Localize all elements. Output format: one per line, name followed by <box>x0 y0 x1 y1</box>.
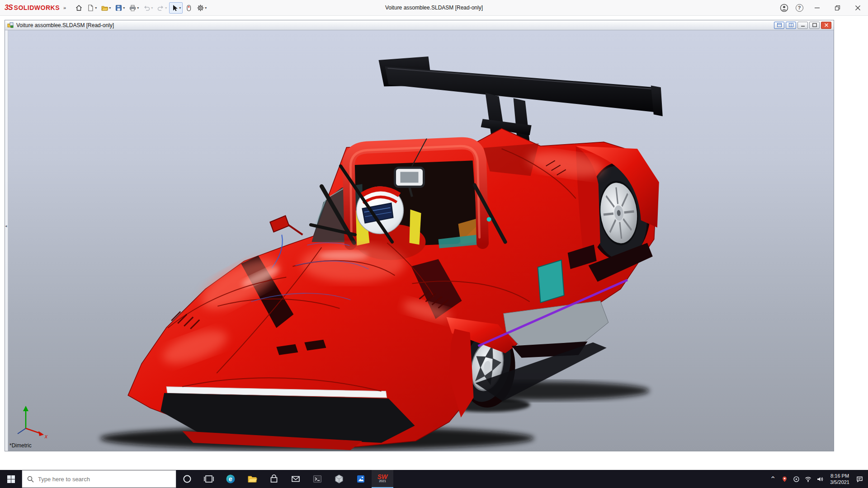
solidworks-app-icon: SW 2021 <box>377 474 388 483</box>
side-window <box>538 260 564 303</box>
select-tool-button[interactable]: ▾ <box>169 2 183 14</box>
feature-panel-strip[interactable]: ◂ <box>5 30 8 451</box>
redo-button[interactable]: ▾ <box>155 2 169 14</box>
document-window: Voiture assomblee.SLDASM [Read-only] <box>5 20 834 451</box>
help-icon[interactable]: ? <box>792 0 807 15</box>
close-button[interactable] <box>848 0 868 15</box>
client-area: Voiture assomblee.SLDASM [Read-only] <box>0 16 868 470</box>
doc-maximize-button[interactable] <box>809 22 820 29</box>
account-icon[interactable] <box>776 0 792 15</box>
document-title: Voiture assomblee.SLDASM [Read-only] <box>16 22 114 28</box>
open-button[interactable]: ▾ <box>99 2 113 14</box>
dropdown-caret-icon[interactable]: ▾ <box>165 6 167 10</box>
new-viewport-button[interactable] <box>786 22 796 29</box>
print-button[interactable]: ▾ <box>127 2 141 14</box>
assembly-doc-icon <box>7 22 14 28</box>
edge-icon: e <box>226 474 236 484</box>
viewport-canvas[interactable]: ◂ x *Dimetric <box>5 30 834 451</box>
security-pin-icon[interactable] <box>779 470 790 488</box>
volume-icon[interactable] <box>814 470 826 488</box>
taskbar-item-store[interactable] <box>263 470 285 488</box>
start-button[interactable] <box>0 470 22 488</box>
undo-button[interactable]: ▾ <box>141 2 155 14</box>
dropdown-caret-icon[interactable]: ▾ <box>123 6 125 10</box>
photos-icon <box>356 474 366 484</box>
taskbar-item-edrawings[interactable] <box>328 470 350 488</box>
doc-close-button[interactable] <box>821 22 831 29</box>
sync-icon[interactable] <box>791 470 802 488</box>
solidworks-logo-mark: 3S <box>5 4 13 12</box>
file-explorer-icon <box>247 474 257 484</box>
toolbar-flyout-icon[interactable]: » <box>63 5 66 10</box>
mouse-gestures-button[interactable] <box>183 2 194 14</box>
titlebar-controls: ? <box>776 0 868 15</box>
dropdown-caret-icon[interactable]: ▾ <box>137 6 139 10</box>
triad-x-label: x <box>44 433 48 440</box>
search-icon <box>27 476 34 483</box>
restore-button[interactable] <box>827 0 848 15</box>
new-document-button[interactable]: ▾ <box>85 2 99 14</box>
action-center-icon[interactable] <box>854 470 865 488</box>
taskbar-item-cortana[interactable] <box>176 470 198 488</box>
taskbar-search[interactable] <box>22 470 176 488</box>
hidden-icons-chevron[interactable]: ⌃ <box>767 470 778 488</box>
taskbar-item-solidworks[interactable]: SW 2021 <box>372 470 393 488</box>
dropdown-caret-icon[interactable]: ▾ <box>95 6 97 10</box>
clock-date: 3/5/2021 <box>830 479 849 485</box>
solidworks-logo: 3S SOLIDWORKS <box>0 4 60 12</box>
clock-time: 8:16 PM <box>830 473 849 479</box>
teal-indicator <box>487 217 491 221</box>
wifi-icon[interactable] <box>802 470 814 488</box>
panel-collapse-icon[interactable]: ◂ <box>5 224 7 228</box>
taskbar-item-edge[interactable]: e <box>220 470 241 488</box>
system-tray: ⌃ 8:16 PM 3/5/2021 <box>767 470 868 488</box>
task-view-icon <box>204 474 214 484</box>
dropdown-caret-icon[interactable]: ▾ <box>205 6 207 10</box>
tile-window-button[interactable] <box>774 22 784 29</box>
save-button[interactable]: ▾ <box>113 2 127 14</box>
view-orientation-label: *Dimetric <box>9 442 32 449</box>
svg-text:e: e <box>229 475 232 483</box>
dropdown-caret-icon[interactable]: ▾ <box>151 6 153 10</box>
orientation-triad: x <box>12 400 52 440</box>
car-model[interactable] <box>5 30 834 451</box>
edrawings-icon <box>334 474 344 484</box>
taskbar-item-mail[interactable] <box>285 470 307 488</box>
home-button[interactable] <box>73 2 85 14</box>
options-button[interactable]: ▾ <box>195 2 208 14</box>
taskbar-item-file-explorer[interactable] <box>241 470 263 488</box>
taskbar-item-terminal[interactable] <box>307 470 328 488</box>
search-input[interactable] <box>38 476 171 483</box>
cortana-icon <box>182 474 192 484</box>
taskbar-item-photos[interactable] <box>350 470 372 488</box>
mail-icon <box>291 474 301 484</box>
taskbar-clock[interactable]: 8:16 PM 3/5/2021 <box>826 473 854 485</box>
document-titlebar[interactable]: Voiture assomblee.SLDASM [Read-only] <box>5 20 834 30</box>
dropdown-caret-icon[interactable]: ▾ <box>179 6 181 10</box>
taskbar-item-task-view[interactable] <box>198 470 220 488</box>
front-splitter <box>160 387 415 450</box>
taskbar: e SW 2021 ⌃ <box>0 470 868 488</box>
store-icon <box>269 474 279 484</box>
doc-minimize-button[interactable] <box>797 22 808 29</box>
terminal-icon <box>312 474 322 484</box>
app-title: Voiture assomblee.SLDASM [Read-only] <box>136 5 732 11</box>
app-titlebar: 3S SOLIDWORKS » ▾ ▾ ▾ ▾ ▾ ▾ <box>0 0 868 16</box>
quick-access-toolbar: ▾ ▾ ▾ ▾ ▾ ▾ ▾ ▾ <box>73 2 208 14</box>
solidworks-logo-text: SOLIDWORKS <box>14 4 60 11</box>
driver-vest-right <box>409 209 421 244</box>
minimize-button[interactable] <box>807 0 827 15</box>
windows-logo-icon <box>7 475 15 483</box>
dropdown-caret-icon[interactable]: ▾ <box>109 6 111 10</box>
document-window-controls <box>774 22 831 29</box>
